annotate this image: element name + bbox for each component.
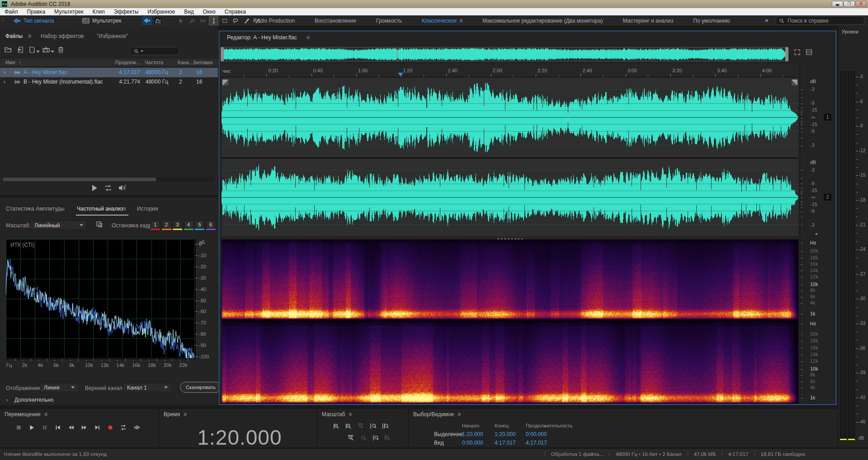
status-info-items: Обработка 1 файла... 48000 Гц • 16-бит •… [545, 451, 811, 457]
selection-start-value[interactable]: 0:00.000 [462, 440, 483, 446]
status-bar: Чтение libsndfile выполнено за 1,59 секу… [0, 448, 868, 460]
status-item-wrap: 47,06 МБ [688, 451, 722, 457]
status-item: 4:17.017 [722, 451, 755, 457]
adobe-audition-window: Au Adobe Audition CC 2018 ▃ ❐ ✕ ФайлПрав… [0, 0, 868, 460]
selection-start-value[interactable]: 1:20.000 [462, 431, 483, 437]
status-item: 18,81 ГБ свободно [755, 451, 811, 457]
selection-end-value[interactable]: 1:20.000 [495, 431, 516, 437]
status-item-wrap: 48000 Гц • 16-бит • 2 Канал [609, 451, 688, 457]
selection-duration-value[interactable]: 0:00.000 [526, 431, 547, 437]
selection-duration-value[interactable]: 4:17.017 [526, 440, 547, 446]
status-item: Обработка 1 файла... [545, 451, 609, 457]
status-item-wrap: Обработка 1 файла... [545, 451, 609, 457]
selection-row-label: Вид [434, 440, 444, 446]
status-item-wrap: 4:17.017 [722, 451, 755, 457]
status-item-wrap: 18,81 ГБ свободно [755, 451, 811, 457]
status-item: 48000 Гц • 16-бит • 2 Канал [610, 451, 688, 457]
status-item: 47,06 МБ [688, 451, 722, 457]
selection-end-value[interactable]: 4:17.017 [495, 440, 516, 446]
selection-table: Выделение 1:20.000 1:20.000 0:00.000 Вид… [0, 0, 868, 460]
selection-row-label: Выделение [434, 431, 463, 437]
status-message: Чтение libsndfile выполнено за 1,59 секу… [4, 451, 107, 457]
